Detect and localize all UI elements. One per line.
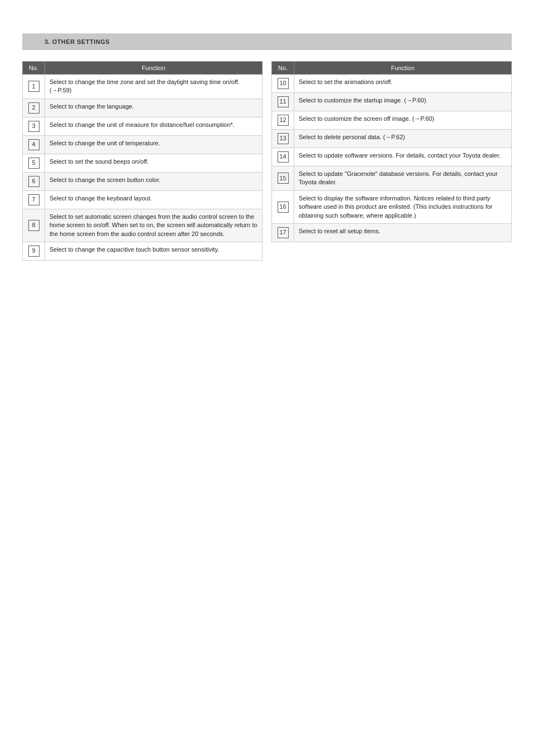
number-badge: 9 bbox=[28, 246, 39, 257]
row-function: Select to customize the screen off image… bbox=[294, 111, 512, 130]
number-badge: 14 bbox=[278, 151, 289, 163]
row-function: Select to update "Gracenote" database ve… bbox=[294, 166, 512, 191]
table-row: 1 Select to change the time zone and set… bbox=[23, 75, 263, 99]
row-function: Select to change the unit of temperature… bbox=[45, 135, 263, 154]
row-function: Select to change the screen button color… bbox=[45, 172, 263, 190]
number-badge: 6 bbox=[28, 176, 39, 187]
number-badge: 15 bbox=[278, 173, 289, 184]
row-number: 14 bbox=[272, 148, 294, 166]
table-row: 7 Select to change the keyboard layout. bbox=[23, 190, 263, 209]
table-row: 14 Select to update software versions. F… bbox=[272, 148, 512, 166]
row-function: Select to change the keyboard layout. bbox=[45, 190, 263, 209]
row-function: Select to change the language. bbox=[45, 99, 263, 117]
table-row: 6 Select to change the screen button col… bbox=[23, 172, 263, 190]
table-row: 2 Select to change the language. bbox=[23, 99, 263, 117]
right-col-func-header: Function bbox=[294, 62, 512, 75]
number-badge: 12 bbox=[278, 115, 289, 126]
row-number: 2 bbox=[23, 99, 45, 117]
row-number: 11 bbox=[272, 93, 294, 111]
row-number: 9 bbox=[23, 242, 45, 260]
row-function: Select to change the time zone and set t… bbox=[45, 75, 263, 99]
row-number: 4 bbox=[23, 135, 45, 154]
number-badge: 5 bbox=[28, 158, 39, 169]
row-number: 17 bbox=[272, 223, 294, 242]
number-badge: 3 bbox=[28, 121, 39, 132]
table-row: 10 Select to set the animations on/off. bbox=[272, 75, 512, 93]
number-badge: 1 bbox=[28, 81, 39, 92]
table-row: 5 Select to set the sound beeps on/off. bbox=[23, 154, 263, 172]
row-number: 12 bbox=[272, 111, 294, 130]
number-badge: 10 bbox=[278, 78, 289, 89]
row-function: Select to set the sound beeps on/off. bbox=[45, 154, 263, 172]
row-function: Select to change the capacitive touch bu… bbox=[45, 242, 263, 260]
right-col-no-header: No. bbox=[272, 62, 294, 75]
table-row: 15 Select to update "Gracenote" database… bbox=[272, 166, 512, 191]
section-title: 3. OTHER SETTINGS bbox=[44, 38, 110, 45]
right-table: No. Function 10 Select to set the animat… bbox=[271, 61, 512, 242]
number-badge: 2 bbox=[28, 102, 39, 114]
row-function: Select to delete personal data. (→P.62) bbox=[294, 130, 512, 148]
row-number: 13 bbox=[272, 130, 294, 148]
row-number: 6 bbox=[23, 172, 45, 190]
table-row: 11 Select to customize the startup image… bbox=[272, 93, 512, 111]
row-number: 1 bbox=[23, 75, 45, 99]
row-function: Select to change the unit of measure for… bbox=[45, 117, 263, 135]
number-badge: 8 bbox=[28, 220, 39, 231]
row-function: Select to update software versions. For … bbox=[294, 148, 512, 166]
number-badge: 4 bbox=[28, 139, 39, 150]
row-number: 8 bbox=[23, 209, 45, 242]
number-badge: 7 bbox=[28, 194, 39, 205]
row-number: 16 bbox=[272, 190, 294, 223]
row-number: 7 bbox=[23, 190, 45, 209]
table-row: 16 Select to display the software inform… bbox=[272, 190, 512, 223]
number-badge: 16 bbox=[278, 202, 289, 213]
table-row: 12 Select to customize the screen off im… bbox=[272, 111, 512, 130]
number-badge: 17 bbox=[278, 227, 289, 238]
content-area: No. Function 1 Select to change the time… bbox=[22, 61, 512, 261]
table-row: 17 Select to reset all setup items. bbox=[272, 223, 512, 242]
number-badge: 11 bbox=[278, 96, 289, 107]
row-number: 10 bbox=[272, 75, 294, 93]
right-table-container: No. Function 10 Select to set the animat… bbox=[271, 61, 512, 261]
number-badge: 13 bbox=[278, 133, 289, 144]
row-number: 3 bbox=[23, 117, 45, 135]
page-header: 3. OTHER SETTINGS bbox=[22, 33, 512, 50]
row-function: Select to reset all setup items. bbox=[294, 223, 512, 242]
row-function: Select to set the animations on/off. bbox=[294, 75, 512, 93]
left-col-func-header: Function bbox=[45, 62, 263, 75]
row-function: Select to display the software informati… bbox=[294, 190, 512, 223]
table-row: 13 Select to delete personal data. (→P.6… bbox=[272, 130, 512, 148]
row-function: Select to set automatic screen changes f… bbox=[45, 209, 263, 242]
left-table: No. Function 1 Select to change the time… bbox=[22, 61, 263, 261]
table-row: 8 Select to set automatic screen changes… bbox=[23, 209, 263, 242]
table-row: 9 Select to change the capacitive touch … bbox=[23, 242, 263, 260]
table-row: 3 Select to change the unit of measure f… bbox=[23, 117, 263, 135]
left-table-container: No. Function 1 Select to change the time… bbox=[22, 61, 263, 261]
row-number: 15 bbox=[272, 166, 294, 191]
table-row: 4 Select to change the unit of temperatu… bbox=[23, 135, 263, 154]
row-function: Select to customize the startup image. (… bbox=[294, 93, 512, 111]
row-number: 5 bbox=[23, 154, 45, 172]
left-col-no-header: No. bbox=[23, 62, 45, 75]
